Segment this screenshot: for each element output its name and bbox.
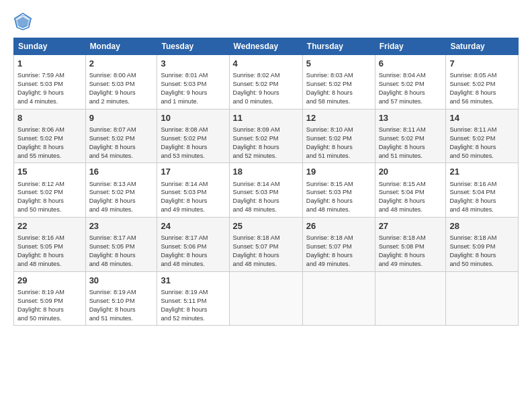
day-info-line: and 57 minutes. bbox=[379, 97, 443, 106]
day-number: 11 bbox=[233, 112, 299, 124]
page: SundayMondayTuesdayWednesdayThursdayFrid… bbox=[0, 0, 532, 411]
day-info-line: Sunrise: 8:08 AM bbox=[161, 126, 225, 134]
day-info-line: Sunrise: 8:10 AM bbox=[306, 126, 371, 134]
calendar-cell: 25Sunrise: 8:18 AMSunset: 5:07 PMDayligh… bbox=[229, 218, 302, 272]
day-info-line: Daylight: 8 hours bbox=[306, 143, 371, 152]
calendar-week-row: 8Sunrise: 8:06 AMSunset: 5:02 PMDaylight… bbox=[14, 109, 519, 163]
day-info-line: Sunset: 5:02 PM bbox=[89, 188, 154, 197]
day-info-line: and 51 minutes. bbox=[89, 314, 154, 323]
calendar-cell: 24Sunrise: 8:17 AMSunset: 5:06 PMDayligh… bbox=[157, 218, 229, 272]
day-info-line: Sunset: 5:02 PM bbox=[379, 80, 443, 89]
day-number: 13 bbox=[379, 112, 443, 124]
day-info-line: Daylight: 8 hours bbox=[449, 251, 515, 260]
day-info-line: Sunset: 5:03 PM bbox=[306, 188, 371, 197]
day-info-line: Daylight: 8 hours bbox=[449, 143, 515, 152]
day-info-line: Daylight: 8 hours bbox=[89, 251, 154, 260]
calendar-cell: 15Sunrise: 8:12 AMSunset: 5:02 PMDayligh… bbox=[14, 163, 86, 218]
day-info-line: Daylight: 8 hours bbox=[89, 306, 154, 314]
calendar-cell: 19Sunrise: 8:15 AMSunset: 5:03 PMDayligh… bbox=[302, 163, 375, 218]
day-info-line: Sunset: 5:07 PM bbox=[233, 242, 299, 251]
day-number: 12 bbox=[306, 112, 371, 124]
day-number: 10 bbox=[161, 112, 225, 124]
calendar-cell: 29Sunrise: 8:19 AMSunset: 5:09 PMDayligh… bbox=[14, 271, 86, 326]
day-number: 31 bbox=[161, 275, 225, 287]
calendar-cell: 5Sunrise: 8:03 AMSunset: 5:02 PMDaylight… bbox=[302, 55, 375, 109]
calendar-cell: 1Sunrise: 7:59 AMSunset: 5:03 PMDaylight… bbox=[14, 55, 86, 109]
day-info-line: Daylight: 8 hours bbox=[161, 306, 225, 314]
day-info-line: Daylight: 8 hours bbox=[233, 251, 299, 260]
calendar-cell: 23Sunrise: 8:17 AMSunset: 5:05 PMDayligh… bbox=[85, 218, 157, 272]
day-info-line: Sunset: 5:02 PM bbox=[161, 134, 225, 143]
day-info-line: Sunset: 5:02 PM bbox=[89, 134, 154, 143]
day-info-line: Daylight: 8 hours bbox=[233, 197, 299, 205]
day-info-line: Sunset: 5:09 PM bbox=[449, 242, 515, 251]
calendar-cell: 22Sunrise: 8:16 AMSunset: 5:05 PMDayligh… bbox=[14, 218, 86, 272]
logo bbox=[13, 12, 35, 31]
day-info-line: Daylight: 8 hours bbox=[306, 197, 371, 205]
day-info-line: Sunrise: 8:17 AM bbox=[89, 234, 154, 242]
day-info-line: Sunset: 5:08 PM bbox=[379, 242, 443, 251]
day-info-line: and 49 minutes. bbox=[379, 260, 443, 269]
day-number: 3 bbox=[161, 58, 225, 70]
day-number: 29 bbox=[17, 275, 82, 287]
calendar-cell: 14Sunrise: 8:11 AMSunset: 5:02 PMDayligh… bbox=[446, 109, 519, 163]
calendar-cell: 7Sunrise: 8:05 AMSunset: 5:02 PMDaylight… bbox=[446, 55, 519, 109]
day-info-line: Daylight: 8 hours bbox=[449, 89, 515, 97]
day-info-line: and 2 minutes. bbox=[89, 97, 154, 106]
day-info-line: Daylight: 8 hours bbox=[17, 306, 82, 314]
calendar-cell: 16Sunrise: 8:13 AMSunset: 5:02 PMDayligh… bbox=[85, 163, 157, 218]
day-number: 30 bbox=[89, 275, 154, 287]
weekday-header: Monday bbox=[85, 38, 157, 55]
header bbox=[13, 12, 519, 31]
day-info-line: and 48 minutes. bbox=[233, 205, 299, 214]
day-info-line: Sunrise: 8:11 AM bbox=[379, 126, 443, 134]
day-info-line: and 0 minutes. bbox=[233, 97, 299, 106]
day-info-line: Daylight: 8 hours bbox=[161, 143, 225, 152]
day-info-line: and 53 minutes. bbox=[161, 152, 225, 161]
day-info-line: Sunrise: 7:59 AM bbox=[17, 71, 82, 80]
day-info-line: Sunrise: 8:01 AM bbox=[161, 71, 225, 80]
day-info-line: Sunset: 5:02 PM bbox=[17, 134, 82, 143]
day-info-line: Sunset: 5:02 PM bbox=[449, 80, 515, 89]
day-info-line: Daylight: 8 hours bbox=[449, 197, 515, 205]
day-info-line: Sunrise: 8:16 AM bbox=[449, 180, 515, 189]
day-info-line: and 52 minutes. bbox=[233, 152, 299, 161]
day-info-line: and 48 minutes. bbox=[449, 205, 515, 214]
day-info-line: Sunrise: 8:15 AM bbox=[306, 180, 371, 189]
day-number: 9 bbox=[89, 112, 154, 124]
day-number: 28 bbox=[449, 220, 515, 232]
day-info-line: Sunrise: 8:06 AM bbox=[17, 126, 82, 134]
calendar-week-row: 1Sunrise: 7:59 AMSunset: 5:03 PMDaylight… bbox=[14, 55, 519, 109]
day-info-line: Sunset: 5:05 PM bbox=[89, 242, 154, 251]
day-info-line: Daylight: 8 hours bbox=[17, 143, 82, 152]
day-info-line: Sunset: 5:02 PM bbox=[233, 134, 299, 143]
calendar-cell: 8Sunrise: 8:06 AMSunset: 5:02 PMDaylight… bbox=[14, 109, 86, 163]
day-info-line: Sunrise: 8:16 AM bbox=[17, 234, 82, 242]
calendar-table: SundayMondayTuesdayWednesdayThursdayFrid… bbox=[13, 38, 519, 326]
calendar-cell: 31Sunrise: 8:19 AMSunset: 5:11 PMDayligh… bbox=[157, 271, 229, 326]
day-info-line: and 4 minutes. bbox=[17, 97, 82, 106]
day-number: 5 bbox=[306, 58, 371, 70]
day-info-line: Daylight: 8 hours bbox=[379, 197, 443, 205]
calendar-cell: 3Sunrise: 8:01 AMSunset: 5:03 PMDaylight… bbox=[157, 55, 229, 109]
day-number: 15 bbox=[17, 166, 82, 178]
day-info-line: and 51 minutes. bbox=[379, 152, 443, 161]
weekday-header: Saturday bbox=[446, 38, 519, 55]
day-number: 16 bbox=[89, 166, 154, 178]
calendar-cell bbox=[446, 271, 519, 326]
day-info-line: and 52 minutes. bbox=[161, 314, 225, 323]
day-number: 26 bbox=[306, 220, 371, 232]
day-info-line: Daylight: 8 hours bbox=[379, 251, 443, 260]
calendar-cell: 20Sunrise: 8:15 AMSunset: 5:04 PMDayligh… bbox=[375, 163, 446, 218]
calendar-cell: 28Sunrise: 8:18 AMSunset: 5:09 PMDayligh… bbox=[446, 218, 519, 272]
day-info-line: and 58 minutes. bbox=[306, 97, 371, 106]
day-info-line: Daylight: 8 hours bbox=[379, 143, 443, 152]
calendar-cell: 27Sunrise: 8:18 AMSunset: 5:08 PMDayligh… bbox=[375, 218, 446, 272]
calendar-cell bbox=[302, 271, 375, 326]
logo-icon bbox=[13, 12, 32, 31]
day-info-line: Sunset: 5:04 PM bbox=[449, 188, 515, 197]
day-info-line: Sunset: 5:02 PM bbox=[449, 134, 515, 143]
day-info-line: Sunrise: 8:04 AM bbox=[379, 71, 443, 80]
calendar-cell: 21Sunrise: 8:16 AMSunset: 5:04 PMDayligh… bbox=[446, 163, 519, 218]
day-info-line: and 48 minutes. bbox=[161, 260, 225, 269]
